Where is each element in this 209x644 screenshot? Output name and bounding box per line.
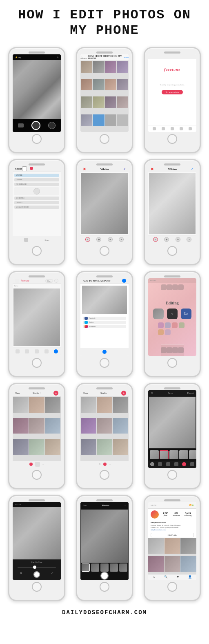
ig-avatar [151,510,159,519]
tool-share[interactable]: ? [119,237,124,242]
app-icon-facetune[interactable] [153,309,164,319]
phone-home-btn-11[interactable] [100,470,109,480]
app-icon-lr[interactable]: Lr [181,309,191,319]
vsco-add-btn[interactable]: + [53,391,58,396]
phone-wrapper-13: 9:41 AM Blur Go Slow ✕ ✓ [4,493,69,603]
tool2-add[interactable]: + [153,237,158,242]
phone-home-btn-8[interactable] [100,358,109,368]
phone-screen-12: ✕ Save Export [148,390,196,468]
phone-home-btn-14[interactable] [100,582,109,592]
phone-wrapper-11: Shop Studio + + ✕ [72,381,137,491]
phone-12: ✕ Save Export [144,383,201,489]
phone-wrapper-5: ✕ Whitee ✓ + ⊞ ✎ ? [72,157,137,267]
phone-10: Shop Studio + + [8,383,65,489]
editing-label: Editing [166,301,179,305]
phone-home-btn-13[interactable] [32,582,42,592]
phone-wrapper-4: Shoot WHITEE CLASSIC NO RETOUCH SCHEDULE… [4,157,69,267]
facetune-start-text: Start by importing your photo. [156,84,189,86]
phone-home-btn-9[interactable] [167,358,177,368]
phone-screen-9: 9:41 AM Editing ○ Lr [148,278,196,356]
phone-wrapper-1: ⚡ dog ⊙ [4,45,69,155]
phone-wrapper-7: facetune Share Save [4,269,69,379]
phone-6: ✕ Whitee ✓ + ⊞ ✎ ? [144,159,201,265]
phone-8: ADD TO SIMILAR POST Facebook Twitter [76,271,133,377]
phone-home-btn-5[interactable] [100,246,109,256]
phone-screen-3: facetune Start by importing your photo. … [148,54,196,132]
phone-7: facetune Share Save [8,271,65,377]
phone-wrapper-6: ✕ Whitee ✓ + ⊞ ✎ ? [140,157,205,267]
lr-close[interactable]: ✕ [151,391,153,395]
phone-screen-2: ← Albums HOW I EDIT PHOTOS ON MY PHONE S… [80,54,129,132]
phone-11: Shop Studio + + ✕ [76,383,133,489]
whitee2-done[interactable]: ✓ [191,167,194,171]
phone-wrapper-10: Shop Studio + + [4,381,69,491]
facetune-logo: facetune [164,67,180,72]
whitee-close[interactable]: ✕ [83,167,86,171]
tool-adjust[interactable]: ✎ [108,237,113,242]
phone-screen-1: ⚡ dog ⊙ [13,54,61,132]
phone-home-btn-7[interactable] [32,358,42,368]
phone-screen-14: New Photos ··· [80,502,129,580]
vsco-add-btn-2[interactable]: + [121,391,126,396]
vsco-shop-label: Shop [15,392,20,394]
phone-wrapper-12: ✕ Save Export [140,381,205,491]
phone-home-btn-12[interactable] [167,470,177,480]
phone-1: ⚡ dog ⊙ [8,47,65,153]
phone-13: 9:41 AM Blur Go Slow ✕ ✓ [8,495,65,601]
footer: DAILYDOSEOFCHARM.COM [62,605,147,622]
whitee2-close[interactable]: ✕ [151,167,154,171]
phone-home-btn-3[interactable] [167,134,177,144]
vsco-studio-label: Studio + [33,392,41,394]
share-title: ADD TO SIMILAR POST [83,280,111,282]
phone-home-btn-4[interactable] [32,246,42,256]
tool-filter[interactable]: ⊞ [96,237,101,242]
phone-wrapper-14: New Photos ··· [72,493,137,603]
phone-2: ← Albums HOW I EDIT PHOTOS ON MY PHONE S… [76,47,133,153]
lr-save-btn[interactable]: Save [168,392,173,394]
phone-3: facetune Start by importing your photo. … [144,47,201,153]
phone-speaker-1 [29,51,45,54]
phone-screen-6: ✕ Whitee ✓ + ⊞ ✎ ? [148,166,196,244]
whitee-check[interactable]: ✓ [123,167,126,171]
phone-screen-4: Shoot WHITEE CLASSIC NO RETOUCH SCHEDULE… [13,166,61,244]
vsco-new-title: Photos [102,504,109,507]
tool-add[interactable]: + [85,237,90,242]
phone-4: Shoot WHITEE CLASSIC NO RETOUCH SCHEDULE… [8,159,65,265]
phone-screen-7: facetune Share Save [13,278,61,356]
vsco-record-btn[interactable] [100,572,109,580]
tool2-adjust[interactable]: ✎ [176,237,180,242]
phone-home-btn-2[interactable] [100,134,109,144]
phones-grid: ⚡ dog ⊙ ← Albums HOW I E [0,43,209,605]
page-title: HOW I EDIT PHOTOS ON MY PHONE [0,0,209,43]
phone-15: 9:46 PM 📶 🔋 1,295 posts 821 followers [144,495,201,601]
phone-wrapper-9: 9:41 AM Editing ○ Lr [140,269,205,379]
phone-screen-13: 9:41 AM Blur Go Slow ✕ ✓ [13,502,61,580]
tool2-filter[interactable]: ⊞ [164,237,169,242]
phone-home-btn-6[interactable] [167,246,177,256]
phone-wrapper-3: facetune Start by importing your photo. … [140,45,205,155]
phone-wrapper-15: 9:46 PM 📶 🔋 1,295 posts 821 followers [140,493,205,603]
phone-14: New Photos ··· [76,495,133,601]
phone-screen-5: ✕ Whitee ✓ + ⊞ ✎ ? [80,166,129,244]
phone-9: 9:41 AM Editing ○ Lr [144,271,201,377]
phone-screen-10: Shop Studio + + [13,390,61,468]
phone-home-btn-1[interactable] [32,134,42,144]
phone-wrapper-2: ← Albums HOW I EDIT PHOTOS ON MY PHONE S… [72,45,137,155]
facetune-try-btn[interactable]: Try a new photo [162,90,183,94]
phone-wrapper-8: ADD TO SIMILAR POST Facebook Twitter [72,269,137,379]
phone-home-btn-15[interactable] [167,582,177,592]
ig-edit-profile-btn[interactable]: Edit Profile [151,533,194,537]
tool2-share[interactable]: ? [187,237,191,242]
phone-screen-8: ADD TO SIMILAR POST Facebook Twitter [80,278,129,356]
phone-5: ✕ Whitee ✓ + ⊞ ✎ ? [76,159,133,265]
app-icon-vsco[interactable]: ○ [167,309,178,319]
phone-screen-11: Shop Studio + + ✕ [80,390,129,468]
phone-screen-15: 9:46 PM 📶 🔋 1,295 posts 821 followers [148,502,196,580]
phone-home-btn-10[interactable] [32,470,42,480]
lr-export-btn[interactable]: Export [187,392,194,394]
